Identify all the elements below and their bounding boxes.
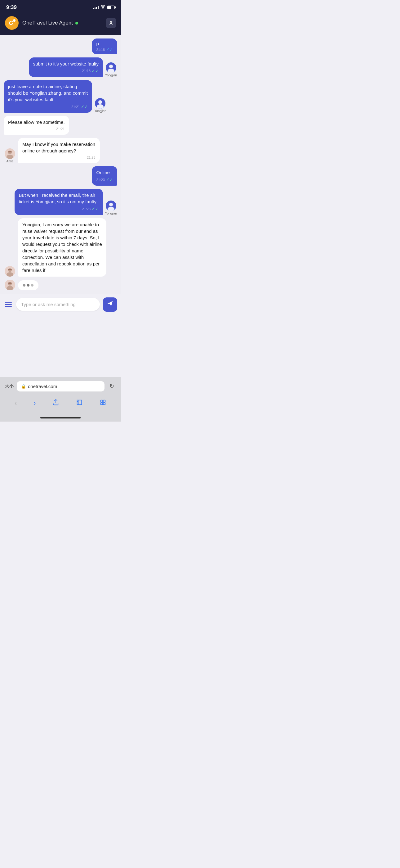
user-avatar-wrap: Yongjian bbox=[105, 200, 117, 215]
chat-input[interactable] bbox=[16, 298, 100, 311]
message-bubble-sent: just leave a note to airline, stating sh… bbox=[4, 80, 92, 113]
tabs-button[interactable] bbox=[96, 398, 109, 409]
typing-dot-2 bbox=[27, 284, 29, 286]
chat-input-area bbox=[0, 294, 121, 315]
typing-bubble bbox=[18, 280, 38, 290]
svg-rect-24 bbox=[101, 400, 103, 402]
read-receipt-icon: ✓✓ bbox=[106, 177, 113, 183]
svg-rect-26 bbox=[101, 402, 103, 404]
read-receipt-icon: ✓✓ bbox=[81, 104, 88, 110]
signal-icon bbox=[93, 6, 99, 9]
back-button[interactable]: ‹ bbox=[11, 398, 20, 408]
message-time: 21:23 bbox=[82, 207, 91, 211]
message-bubble-received: Please allow me sometime. 21:21 bbox=[4, 116, 69, 134]
typing-dot-3 bbox=[31, 284, 33, 286]
message-bubble-sent: p 21:18 ✓✓ bbox=[92, 38, 117, 54]
message-bubble-sent: But when I received the email, the air t… bbox=[14, 189, 103, 215]
svg-rect-12 bbox=[8, 151, 12, 152]
user-name: Yongjian bbox=[94, 109, 106, 113]
agent-avatar bbox=[5, 280, 15, 290]
message-row: p 21:18 ✓✓ bbox=[4, 38, 117, 54]
agent-avatar bbox=[5, 266, 15, 277]
user-name: Yongjian bbox=[105, 73, 117, 77]
svg-point-14 bbox=[109, 203, 113, 207]
user-avatar-wrap: Yongjian bbox=[94, 98, 106, 113]
close-button[interactable]: X bbox=[106, 18, 116, 28]
message-row: submit to it's your website faulty 21:18… bbox=[4, 57, 117, 77]
message-text: p bbox=[96, 41, 99, 46]
read-receipt-icon: ✓✓ bbox=[106, 47, 113, 52]
user-avatar bbox=[106, 200, 116, 211]
svg-text:G: G bbox=[9, 20, 13, 26]
message-row: Please allow me sometime. 21:21 bbox=[4, 116, 117, 134]
agent-name: Amie bbox=[6, 160, 14, 163]
message-text: But when I received the email, the air t… bbox=[19, 192, 96, 204]
menu-button[interactable] bbox=[4, 301, 13, 308]
message-row: just leave a note to airline, stating sh… bbox=[4, 80, 117, 113]
bookmarks-button[interactable] bbox=[73, 398, 86, 409]
status-bar: 9:39 bbox=[0, 0, 121, 13]
bottom-space bbox=[0, 315, 121, 377]
message-time: 21:23 bbox=[87, 155, 96, 160]
message-bubble-sent: Online 21:23 ✓✓ bbox=[92, 166, 117, 186]
status-time: 9:39 bbox=[6, 4, 17, 10]
message-text: Online bbox=[96, 170, 109, 175]
svg-rect-23 bbox=[8, 282, 12, 284]
svg-point-2 bbox=[13, 19, 15, 22]
agent-avatar-wrap: Amie bbox=[4, 148, 16, 163]
header-info: OneTravel Live Agent bbox=[22, 20, 102, 26]
user-avatar bbox=[106, 62, 116, 73]
url-bar[interactable]: 🔒 onetravel.com bbox=[17, 381, 104, 392]
message-row: Yongjian, I am sorry we are unable to ra… bbox=[4, 218, 117, 277]
agent-avatar-wrap bbox=[4, 266, 16, 277]
message-time: 21:23 bbox=[96, 178, 105, 182]
home-indicator-line bbox=[40, 417, 80, 418]
message-time: 21:18 bbox=[82, 69, 91, 73]
message-text: Yongjian, I am sorry we are unable to ra… bbox=[22, 222, 102, 273]
message-text: just leave a note to airline, stating sh… bbox=[8, 84, 88, 102]
message-row: Online 21:23 ✓✓ bbox=[4, 166, 117, 186]
agent-avatar-small bbox=[4, 280, 16, 290]
typing-dot-1 bbox=[23, 284, 26, 286]
chat-area: p 21:18 ✓✓ submit to it's your website f… bbox=[0, 35, 121, 294]
svg-rect-25 bbox=[103, 400, 105, 402]
message-text: May I know if you make reservation onlin… bbox=[22, 142, 95, 153]
message-row: Amie May I know if you make reservation … bbox=[4, 138, 117, 163]
user-avatar bbox=[95, 98, 105, 108]
svg-rect-27 bbox=[103, 402, 105, 404]
read-receipt-icon: ✓✓ bbox=[92, 68, 99, 74]
svg-point-4 bbox=[109, 65, 113, 68]
user-avatar-wrap: Yongjian bbox=[105, 62, 117, 77]
share-button[interactable] bbox=[49, 398, 62, 409]
app-logo: G bbox=[5, 16, 19, 30]
user-name: Yongjian bbox=[105, 212, 117, 215]
reload-button[interactable]: ↻ bbox=[108, 382, 116, 390]
message-time: 21:21 bbox=[56, 127, 65, 131]
send-icon bbox=[107, 301, 113, 308]
online-status-dot bbox=[75, 22, 78, 25]
lock-icon: 🔒 bbox=[21, 384, 26, 389]
message-time: 21:21 bbox=[71, 104, 80, 109]
browser-bar: 大小 🔒 onetravel.com ↻ bbox=[0, 377, 121, 395]
send-button[interactable] bbox=[103, 298, 117, 312]
wifi-icon bbox=[100, 5, 105, 10]
message-bubble-sent: submit to it's your website faulty 21:18… bbox=[29, 57, 103, 77]
message-bubble-received: Yongjian, I am sorry we are unable to ra… bbox=[18, 218, 106, 277]
home-indicator bbox=[0, 415, 121, 422]
forward-button[interactable]: › bbox=[30, 398, 39, 408]
message-text: Please allow me sometime. bbox=[8, 120, 65, 125]
read-receipt-icon: ✓✓ bbox=[92, 206, 99, 212]
browser-nav: ‹ › bbox=[0, 395, 121, 415]
status-icons bbox=[93, 5, 115, 10]
message-bubble-received: May I know if you make reservation onlin… bbox=[18, 138, 100, 163]
message-text: submit to it's your website faulty bbox=[33, 61, 99, 66]
url-text: onetravel.com bbox=[28, 384, 57, 389]
header-title: OneTravel Live Agent bbox=[22, 20, 73, 26]
message-time: 21:18 bbox=[96, 48, 105, 52]
message-row: But when I received the email, the air t… bbox=[4, 189, 117, 215]
agent-avatar bbox=[5, 148, 15, 159]
typing-indicator-row bbox=[4, 280, 117, 290]
text-size-button[interactable]: 大小 bbox=[5, 383, 14, 389]
battery-icon bbox=[107, 6, 115, 9]
svg-rect-19 bbox=[8, 269, 12, 270]
